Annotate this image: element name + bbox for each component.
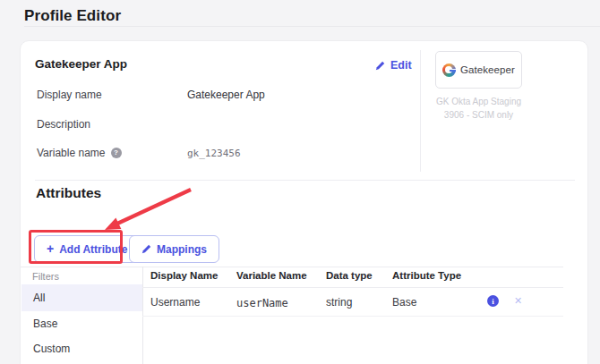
column-header-attribute-type: Attribute Type — [392, 270, 461, 281]
column-header-display-name: Display Name — [150, 270, 218, 281]
cell-display-name: Username — [150, 296, 200, 309]
filter-item-custom[interactable]: Custom — [21, 336, 142, 361]
attributes-heading: Attributes — [36, 185, 101, 201]
profile-editor-card: Gatekeeper App Edit Display name Gatekee… — [20, 40, 588, 364]
app-title: Gatekeeper App — [35, 57, 127, 71]
logo-brand-text: Gatekeeper — [460, 64, 515, 75]
cell-variable-name: userName — [236, 297, 288, 309]
mappings-button[interactable]: Mappings — [129, 235, 219, 263]
app-instance-caption: GK Okta App Staging 3906 - SCIM only — [404, 95, 553, 122]
cell-data-type: string — [326, 296, 352, 309]
help-icon[interactable]: ? — [111, 148, 122, 158]
pencil-icon — [141, 244, 151, 254]
section-divider — [35, 180, 575, 181]
page-title: Profile Editor — [24, 7, 121, 25]
filter-item-all[interactable]: All — [21, 284, 142, 311]
pencil-icon — [375, 61, 385, 71]
add-attribute-button[interactable]: + Add Attribute — [34, 235, 140, 263]
close-icon[interactable]: ✕ — [514, 295, 522, 307]
table-row-border — [142, 316, 563, 317]
filters-label: Filters — [32, 271, 59, 282]
display-name-value: Gatekeeper App — [187, 89, 265, 101]
cell-attribute-type: Base — [392, 296, 416, 309]
gatekeeper-logo-icon — [442, 63, 456, 77]
plus-icon: + — [47, 241, 54, 256]
column-header-variable-name: Variable Name — [236, 270, 307, 281]
table-top-border — [21, 267, 563, 267]
edit-label: Edit — [390, 59, 412, 72]
header-divider — [24, 26, 600, 27]
app-logo-box: Gatekeeper — [435, 51, 522, 89]
filter-item-base[interactable]: Base — [21, 311, 142, 336]
edit-button[interactable]: Edit — [375, 59, 412, 72]
column-header-data-type: Data type — [326, 270, 373, 281]
table-header-border — [142, 287, 563, 288]
info-icon[interactable]: i — [487, 295, 499, 307]
display-name-label: Display name — [37, 89, 102, 101]
description-label: Description — [37, 118, 90, 131]
variable-name-label: Variable name ? — [37, 147, 122, 159]
variable-name-value: gk_123456 — [187, 148, 241, 159]
